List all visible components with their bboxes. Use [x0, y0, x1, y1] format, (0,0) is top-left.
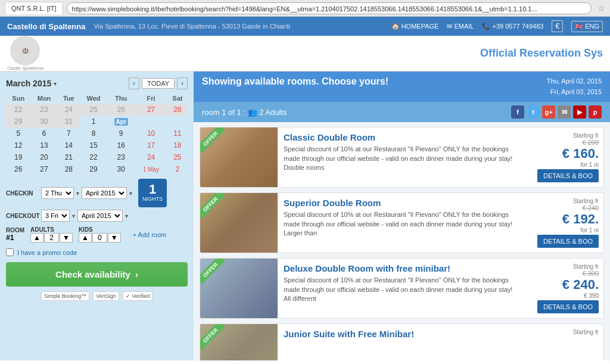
email-icon: ✉ — [447, 23, 452, 30]
calendar-day[interactable]: 23 — [30, 104, 57, 116]
price-strike-superior: € 240 — [562, 204, 599, 211]
calendar-day[interactable]: 2 — [167, 163, 188, 175]
calendar-day[interactable]: 12 — [6, 139, 30, 151]
homepage-link[interactable]: 🏠 HOMEPAGE — [391, 23, 439, 30]
promo-checkbox[interactable] — [6, 248, 14, 256]
email-link[interactable]: ✉ EMAIL — [447, 23, 474, 30]
next-month-button[interactable]: › — [177, 77, 188, 89]
prev-month-button[interactable]: ‹ — [129, 77, 139, 89]
promo-label[interactable]: I have a promo code — [17, 249, 77, 256]
checkin-month-select[interactable]: April 2015 — [82, 187, 127, 199]
room-pricing-junior: Starting fr DETAILS & BOO — [526, 324, 603, 360]
phone-link[interactable]: 📞 +39 0577 749483 — [482, 23, 543, 30]
checkout-day-select[interactable]: 3 Fri — [41, 210, 70, 222]
room-desc-classic: Special discount of 10% at our Restauran… — [284, 145, 520, 172]
details-button-classic[interactable]: DETAILS & BOO — [537, 169, 599, 182]
calendar-day[interactable]: 16 — [107, 139, 135, 151]
room-card-junior: Junior Suite with Free Minibar! Starting… — [200, 323, 604, 360]
room-info-bar: room 1 of 1 : 👥 2 Adults f t g+ ✉ ▶ p — [194, 102, 610, 122]
calendar-day[interactable]: 17 — [135, 139, 167, 151]
calendar-day[interactable]: 7 — [58, 127, 80, 139]
calendar-day[interactable]: 13 — [30, 139, 57, 151]
kids-increment[interactable]: ▼ — [108, 233, 121, 242]
calendar-day[interactable]: 28 — [167, 104, 188, 116]
room-pricing-deluxe: Starting fr € 300 € 240. € 390 DETAILS &… — [526, 259, 603, 318]
bookmark-star-icon[interactable]: ☆ — [597, 4, 605, 13]
calendar-day[interactable]: 27 — [30, 163, 57, 175]
calendar-day[interactable]: 23 — [107, 151, 135, 163]
details-button-superior[interactable]: DETAILS & BOO — [537, 235, 599, 248]
checkin-day-dropdown-icon: ▾ — [76, 190, 79, 197]
calendar-day[interactable] — [167, 116, 188, 127]
checkin-day-select[interactable]: 2 Thu — [41, 187, 74, 199]
calendar-day[interactable]: 8 — [80, 127, 107, 139]
price-from-deluxe: Starting fr — [562, 263, 599, 270]
youtube-icon[interactable]: ▶ — [573, 105, 586, 119]
calendar-day[interactable]: 22 — [6, 104, 30, 116]
calendar-day[interactable]: 22 — [80, 151, 107, 163]
adults-input[interactable]: 2 — [44, 233, 59, 242]
calendar-day[interactable]: 27 — [135, 104, 167, 116]
price-strike-classic: € 200 — [562, 139, 599, 146]
calendar-day[interactable]: 28 — [58, 163, 80, 175]
kids-input[interactable]: 0 — [92, 233, 107, 242]
checkout-month-select[interactable]: April 2015 — [77, 210, 123, 222]
calendar-day[interactable]: 5 — [6, 127, 30, 139]
add-room-button[interactable]: + Add room — [133, 231, 167, 238]
calendar-day[interactable]: 24 — [58, 104, 80, 116]
calendar-day[interactable]: 21 — [58, 151, 80, 163]
browser-tab[interactable]: QNT S.R.L. [IT] — [5, 2, 63, 14]
room-name-junior: Junior Suite with Free Minibar! — [284, 329, 520, 339]
browser-url[interactable]: https://www.simplebooking.it/ibe/hotelbo… — [67, 2, 592, 14]
calendar-day[interactable]: 24 — [135, 151, 167, 163]
currency-icon[interactable]: € — [552, 20, 563, 32]
calendar-day[interactable]: 18 — [167, 139, 188, 151]
adults-decrement[interactable]: ▲ — [30, 233, 43, 242]
calendar-day[interactable]: 29 — [6, 116, 30, 127]
calendar-day[interactable]: 14 — [58, 139, 80, 151]
hotel-name: Castello di Spaltenna — [7, 22, 85, 31]
googleplus-icon[interactable]: g+ — [542, 105, 555, 119]
calendar-day[interactable]: 26 — [107, 104, 135, 116]
calendar-day[interactable]: 30 — [30, 116, 57, 127]
twitter-icon[interactable]: t — [527, 105, 540, 119]
price-from-superior: Starting fr — [562, 198, 599, 204]
header-links: 🏠 HOMEPAGE ✉ EMAIL 📞 +39 0577 749483 € 🇬… — [391, 20, 603, 32]
price-main-deluxe: € 240. — [562, 277, 599, 293]
nights-count: 1 — [149, 183, 156, 196]
adults-increment[interactable]: ▼ — [60, 233, 73, 242]
calendar-day[interactable]: 30 — [107, 163, 135, 175]
calendar-day[interactable]: 31 — [58, 116, 80, 127]
verified-badge: ✓ Verified — [123, 291, 153, 301]
calendar-day[interactable]: Apr — [107, 116, 135, 127]
kids-decrement[interactable]: ▲ — [79, 233, 92, 242]
calendar-day[interactable]: 29 — [80, 163, 107, 175]
pinterest-icon[interactable]: p — [589, 105, 602, 119]
calendar-day[interactable]: 26 — [6, 163, 30, 175]
cal-header-mon: Mon — [30, 93, 57, 104]
calendar-day[interactable] — [135, 116, 167, 127]
details-button-deluxe[interactable]: DETAILS & BOO — [537, 300, 599, 313]
calendar-day[interactable]: 25 — [167, 151, 188, 163]
calendar-day[interactable]: 10 — [135, 127, 167, 139]
share-email-icon[interactable]: ✉ — [558, 105, 571, 119]
checkout-month-dropdown-icon: ▾ — [125, 213, 128, 219]
calendar-day[interactable]: 19 — [6, 151, 30, 163]
browser-bar: QNT S.R.L. [IT] https://www.simplebookin… — [0, 0, 610, 17]
facebook-icon[interactable]: f — [511, 105, 524, 119]
room-image-superior — [200, 193, 278, 253]
month-dropdown-icon[interactable]: ▾ — [54, 80, 57, 87]
language-selector[interactable]: 🇬🇧 ENG — [571, 21, 603, 32]
room-name-deluxe: Deluxe Double Room with free minibar! — [284, 263, 520, 273]
room-pricing-superior: Starting fr € 240 € 192. for 1 ni DETAIL… — [526, 193, 603, 253]
calendar-day[interactable]: 11 — [167, 127, 188, 139]
calendar-day[interactable]: 15 — [80, 139, 107, 151]
calendar-day[interactable]: 25 — [80, 104, 107, 116]
calendar-day[interactable]: 6 — [30, 127, 57, 139]
calendar-day[interactable]: 20 — [30, 151, 57, 163]
check-availability-button[interactable]: Check availability › — [6, 262, 188, 287]
today-button[interactable]: TODAY — [142, 78, 175, 89]
calendar-day[interactable]: 1 May — [135, 163, 167, 175]
calendar-day[interactable]: 9 — [107, 127, 135, 139]
calendar-day[interactable]: 1 — [80, 116, 107, 127]
